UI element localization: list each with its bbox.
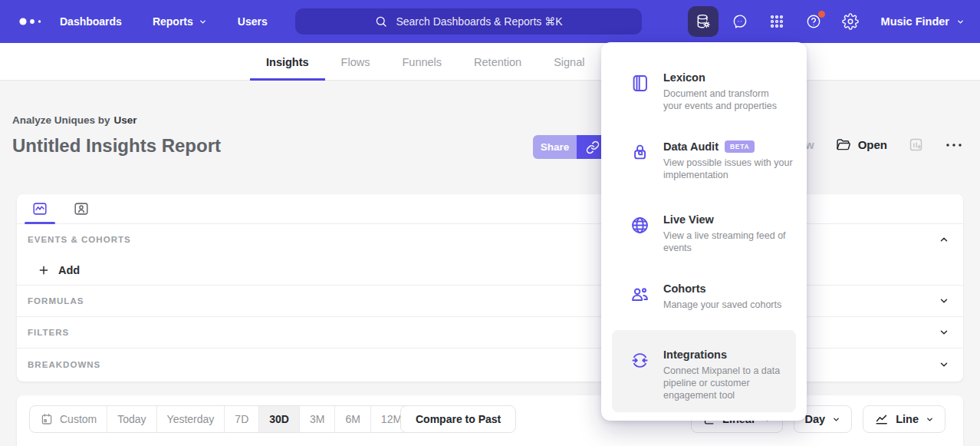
folder-icon bbox=[835, 137, 851, 153]
plus-icon bbox=[38, 264, 50, 276]
menu-item-live-view[interactable]: Live View View a live streaming feed of … bbox=[612, 206, 796, 262]
nav-links: Dashboards Reports Users bbox=[60, 15, 268, 28]
query-builder-panel: EVENTS & COHORTS Add FORMULAS FILTERS BR… bbox=[17, 194, 963, 382]
data-audit-lock-icon bbox=[630, 142, 650, 181]
menu-item-cohorts[interactable]: Cohorts Manage your saved cohorts bbox=[612, 275, 796, 319]
events-cohorts-section-header[interactable]: EVENTS & COHORTS bbox=[17, 224, 963, 255]
nav-right-cluster: Music Finder bbox=[688, 0, 965, 43]
menu-item-description: View a live streaming feed of events bbox=[663, 230, 801, 254]
chevron-down-icon bbox=[199, 18, 207, 26]
formulas-section-header[interactable]: FORMULAS bbox=[17, 286, 963, 317]
zigzag-line-icon bbox=[874, 412, 889, 427]
data-management-button[interactable] bbox=[688, 6, 719, 37]
notification-dot bbox=[818, 11, 825, 18]
menu-item-title: Data Audit bbox=[663, 140, 719, 153]
menu-item-title: Lexicon bbox=[663, 71, 705, 84]
page-title[interactable]: Untitled Insights Report bbox=[12, 135, 221, 157]
analysis-breadcrumb: Analyze Uniques byUser bbox=[12, 114, 137, 126]
tab-insights[interactable]: Insights bbox=[250, 43, 325, 81]
range-yesterday[interactable]: Yesterday bbox=[157, 406, 225, 432]
chevron-down-icon bbox=[956, 18, 965, 26]
help-button[interactable] bbox=[798, 6, 829, 37]
date-range-picker: Custom Today Yesterday 7D 30D 3M 6M 12M bbox=[29, 405, 413, 433]
filters-section-header[interactable]: FILTERS bbox=[17, 317, 963, 349]
menu-item-title: Cohorts bbox=[663, 282, 706, 295]
mixpanel-logo-icon[interactable] bbox=[17, 15, 52, 28]
section-label: BREAKDOWNS bbox=[28, 360, 100, 369]
range-custom[interactable]: Custom bbox=[30, 406, 107, 432]
analysis-prefix: Analyze Uniques by bbox=[12, 114, 110, 126]
events-view-tab[interactable] bbox=[25, 194, 55, 223]
search-icon bbox=[374, 15, 388, 28]
menu-item-description: Document and transform your events and p… bbox=[663, 88, 784, 112]
compare-to-past-button[interactable]: Compare to Past bbox=[400, 405, 516, 433]
project-switcher[interactable]: Music Finder bbox=[881, 15, 965, 28]
nav-item-users[interactable]: Users bbox=[238, 15, 268, 28]
section-label: FORMULAS bbox=[28, 296, 84, 306]
expand-section-button[interactable] bbox=[939, 327, 949, 338]
range-7d[interactable]: 7D bbox=[225, 406, 259, 432]
menu-item-data-audit[interactable]: Data AuditBETA View possible issues with… bbox=[612, 133, 796, 189]
chart-controls-panel: Custom Today Yesterday 7D 30D 3M 6M 12M … bbox=[17, 395, 963, 446]
range-today[interactable]: Today bbox=[107, 406, 156, 432]
integrations-sync-icon bbox=[630, 350, 650, 405]
beta-badge: BETA bbox=[725, 140, 755, 153]
feedback-button[interactable] bbox=[725, 6, 755, 37]
menu-item-description: Connect Mixpanel to a data pipeline or c… bbox=[663, 365, 792, 401]
project-name: Music Finder bbox=[881, 15, 949, 28]
apps-grid-button[interactable] bbox=[761, 6, 792, 37]
chevron-down-icon bbox=[939, 296, 949, 306]
calendar-icon bbox=[40, 412, 54, 426]
open-label: Open bbox=[858, 138, 887, 151]
expand-section-button[interactable] bbox=[939, 359, 949, 370]
range-3m[interactable]: 3M bbox=[300, 406, 335, 432]
nav-item-dashboards[interactable]: Dashboards bbox=[60, 15, 122, 28]
chart-type-dropdown[interactable]: Line bbox=[863, 405, 945, 433]
collapse-section-button[interactable] bbox=[939, 234, 949, 245]
data-management-menu: Lexicon Document and transform your even… bbox=[601, 42, 807, 421]
search-input[interactable]: Search Dashboards & Reports ⌘K bbox=[295, 8, 642, 35]
add-label: Add bbox=[58, 264, 80, 276]
database-gear-icon bbox=[695, 13, 712, 30]
menu-item-title: Integrations bbox=[663, 349, 727, 361]
lexicon-book-icon bbox=[630, 73, 650, 112]
tab-signal[interactable]: Signal bbox=[538, 43, 600, 81]
nav-item-reports[interactable]: Reports bbox=[153, 15, 207, 28]
section-label: FILTERS bbox=[28, 328, 69, 337]
analysis-value[interactable]: User bbox=[114, 114, 137, 126]
chevron-down-icon bbox=[939, 359, 949, 370]
chevron-down-icon bbox=[939, 327, 949, 338]
settings-button[interactable] bbox=[835, 6, 866, 37]
menu-item-lexicon[interactable]: Lexicon Document and transform your even… bbox=[612, 64, 796, 120]
link-icon bbox=[586, 140, 600, 154]
expand-section-button[interactable] bbox=[939, 296, 949, 306]
section-label: EVENTS & COHORTS bbox=[28, 235, 131, 244]
query-builder-tabs bbox=[17, 194, 963, 224]
menu-item-description: Manage your saved cohorts bbox=[663, 299, 801, 311]
share-button[interactable]: Share bbox=[533, 135, 577, 159]
app-window: Dashboards Reports Users Search Dashboar… bbox=[0, 0, 980, 446]
top-nav: Dashboards Reports Users Search Dashboar… bbox=[0, 0, 980, 43]
tab-retention[interactable]: Retention bbox=[458, 43, 538, 81]
chart-plus-icon bbox=[908, 137, 924, 153]
range-6m[interactable]: 6M bbox=[335, 406, 370, 432]
profiles-view-tab[interactable] bbox=[66, 194, 97, 223]
tab-funnels[interactable]: Funnels bbox=[386, 43, 458, 81]
cohorts-people-icon bbox=[630, 284, 650, 311]
report-actions: New Open bbox=[791, 137, 963, 153]
chevron-down-icon bbox=[926, 415, 934, 424]
menu-item-integrations[interactable]: Integrations Connect Mixpanel to a data … bbox=[612, 330, 796, 412]
tab-flows[interactable]: Flows bbox=[325, 43, 386, 81]
breakdowns-section-header[interactable]: BREAKDOWNS bbox=[17, 349, 963, 380]
chevron-up-icon bbox=[939, 234, 949, 245]
add-event-button[interactable]: Add bbox=[17, 255, 963, 286]
search-placeholder: Search Dashboards & Reports ⌘K bbox=[396, 15, 562, 28]
chevron-down-icon bbox=[832, 415, 840, 424]
menu-item-description: View possible issues with your implement… bbox=[663, 157, 807, 181]
more-options-button[interactable] bbox=[945, 141, 963, 149]
ellipsis-icon bbox=[945, 141, 963, 149]
add-to-dashboard-button[interactable] bbox=[908, 137, 924, 153]
range-30d[interactable]: 30D bbox=[259, 406, 300, 432]
open-report-button[interactable]: Open bbox=[835, 137, 887, 153]
share-button-group: Share bbox=[533, 135, 608, 159]
